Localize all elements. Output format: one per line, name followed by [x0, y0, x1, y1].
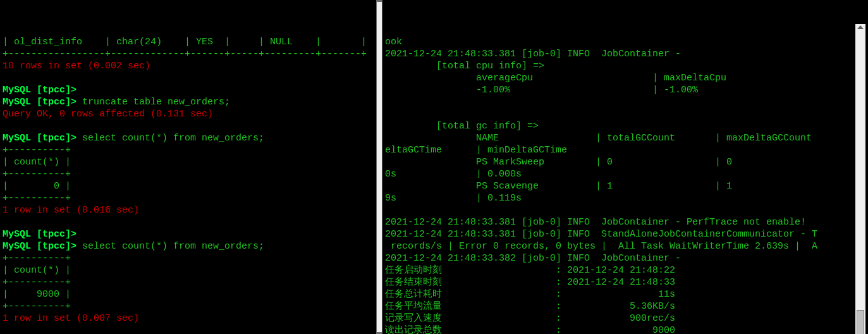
log-perftrace: 2021-12-24 21:48:33.381 [job-0] INFO Job…	[385, 217, 806, 228]
count-header: | count(*) |	[3, 157, 71, 168]
log-communicator: 2021-12-24 21:48:33.381 [job-0] INFO Sta…	[385, 229, 817, 240]
log-gc-row2b: 9s | 0.119s	[385, 193, 596, 204]
count-sep: +----------+	[3, 193, 71, 204]
log-cpu-header: [total cpu info] =>	[385, 61, 550, 71]
log-cpu-vals: -1.00% | -1.00%	[385, 85, 698, 96]
query-ok: Query OK, 0 rows affected (0.131 sec)	[3, 109, 213, 120]
count-sep: +----------+	[3, 145, 71, 156]
scrollbar[interactable]	[855, 24, 865, 334]
table-desc-row: | ol_dist_info | char(24) | YES | | NULL…	[3, 37, 367, 47]
split-container: | ol_dist_info | char(24) | YES | | NULL…	[0, 0, 868, 334]
table-separator: +-----------------+-------------+------+…	[3, 49, 367, 59]
count-value-0: | 0 |	[3, 181, 71, 192]
select-line-2: MySQL [tpcc]> select count(*) from new_o…	[3, 241, 264, 252]
count-sep: +----------+	[3, 301, 71, 312]
scrollbar-thumb[interactable]	[857, 310, 864, 334]
select-cmd-1: select count(*) from new_orders;	[76, 133, 264, 144]
count-sep: +----------+	[3, 169, 71, 180]
left-terminal-pane[interactable]: | ol_dist_info | char(24) | YES | | NULL…	[0, 0, 376, 334]
right-terminal-pane[interactable]: ook 2021-12-24 21:48:33.381 [job-0] INFO…	[382, 0, 868, 334]
mysql-prompt-text: MySQL [tpcc]>	[3, 133, 76, 144]
scrollbar-track[interactable]	[855, 30, 865, 334]
truncate-line: MySQL [tpcc]> truncate table new_orders;	[3, 97, 230, 108]
rows-in-set-10: 10 rows in set (0.002 sec)	[3, 61, 150, 71]
log-cpu-cols: averageCpu | maxDeltaCpu	[385, 73, 840, 84]
count-header: | count(*) |	[3, 265, 71, 276]
log-gc-row2a: PS Scavenge | 1 | 1	[385, 181, 817, 192]
row-in-set-007: 1 row in set (0.007 sec)	[3, 313, 139, 324]
summary-write-speed: 记录写入速度 : 900rec/s	[385, 313, 675, 324]
log-gc-header: [total gc info] =>	[385, 121, 544, 132]
log-communicator-cont: records/s | Error 0 records, 0 bytes | A…	[385, 241, 817, 252]
log-gc-row1b: 0s | 0.000s	[385, 169, 596, 180]
summary-start-time: 任务启动时刻 : 2021-12-24 21:48:22	[385, 265, 675, 276]
summary-end-time: 任务结束时刻 : 2021-12-24 21:48:33	[385, 277, 675, 288]
count-sep: +----------+	[3, 277, 71, 288]
mysql-prompt-text: MySQL [tpcc]>	[3, 241, 76, 252]
mysql-prompt-text: MySQL [tpcc]>	[3, 97, 76, 108]
mysql-prompt: MySQL [tpcc]>	[3, 85, 76, 96]
summary-avg-flow: 任务平均流量 : 5.36KB/s	[385, 301, 675, 312]
summary-read-total: 读出记录总数 : 9000	[385, 325, 675, 334]
summary-total-time: 任务总计耗时 : 11s	[385, 289, 675, 300]
log-gc-cols: NAME | totalGCCount | maxDeltaGCCount	[385, 133, 812, 144]
log-gc-row1a: PS MarkSweep | 0 | 0	[385, 157, 817, 168]
count-sep: +----------+	[3, 253, 71, 264]
row-in-set-016: 1 row in set (0.016 sec)	[3, 205, 139, 216]
log-jobcontainer-1: 2021-12-24 21:48:33.381 [job-0] INFO Job…	[385, 49, 687, 59]
log-ook: ook	[385, 37, 402, 47]
mysql-prompt: MySQL [tpcc]>	[3, 229, 76, 240]
log-jobcontainer-2: 2021-12-24 21:48:33.382 [job-0] INFO Job…	[385, 253, 687, 264]
log-gc-cols2: eltaGCTime | minDeltaGCTime	[385, 145, 596, 156]
pane-divider[interactable]	[376, 0, 382, 334]
scroll-up-icon[interactable]	[857, 25, 864, 29]
select-cmd-2: select count(*) from new_orders;	[76, 241, 264, 252]
truncate-cmd: truncate table new_orders;	[76, 97, 230, 108]
select-line-1: MySQL [tpcc]> select count(*) from new_o…	[3, 133, 264, 144]
count-value-9000: | 9000 |	[3, 289, 71, 300]
